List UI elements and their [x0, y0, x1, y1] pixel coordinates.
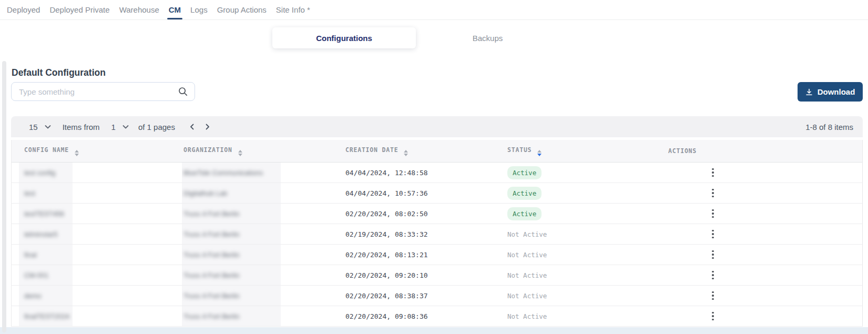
nav-item-group-actions[interactable]: Group Actions: [217, 1, 267, 19]
organization-cell: BlueTide Communications: [171, 163, 333, 183]
nav-item-site-info[interactable]: Site Info *: [276, 1, 310, 19]
config-name-cell: CM-001: [12, 265, 171, 286]
nav-item-cm[interactable]: CM: [169, 1, 181, 19]
table-body: test config BlueTide Communications 04/0…: [12, 163, 862, 327]
redacted-region: final: [19, 245, 73, 265]
cm-configurations-page: DeployedDeployed PrivateWarehouseCMLogsG…: [0, 0, 868, 334]
status-badge: Active: [507, 187, 542, 200]
page-number-dropdown[interactable]: 1: [111, 123, 129, 131]
page-title: Default Configuration: [12, 67, 106, 78]
page-size-dropdown[interactable]: 15: [29, 123, 51, 131]
config-name-text: demo: [24, 292, 42, 300]
download-button[interactable]: Download: [798, 82, 863, 102]
actions-cell: [656, 245, 862, 265]
nav-item-logs[interactable]: Logs: [190, 1, 208, 19]
search-box: [11, 82, 195, 101]
nav-item-deployed-private[interactable]: Deployed Private: [49, 1, 109, 19]
next-page-button[interactable]: [203, 122, 212, 132]
organization-cell: Truss 4 Fort Berlin: [171, 306, 333, 327]
redacted-region: Truss 4 Fort Berlin: [182, 286, 281, 306]
creation-date-cell: 02/20/2024, 08:38:37: [333, 286, 495, 306]
chevron-left-icon: [190, 124, 194, 130]
status-cell: Not Active: [495, 224, 656, 245]
page-number-value: 1: [111, 123, 116, 131]
search-input[interactable]: [12, 87, 178, 96]
row-actions-menu-button[interactable]: [709, 309, 717, 323]
config-name-cell: test: [12, 183, 171, 204]
organization-cell: Truss 4 Fort Berlin: [171, 204, 333, 224]
search-icon[interactable]: [178, 86, 188, 97]
download-icon: [805, 88, 813, 96]
redacted-region: BlueTide Communications: [182, 163, 281, 183]
status-badge: Active: [507, 166, 542, 179]
status-cell: Not Active: [495, 245, 656, 265]
row-actions-menu-button[interactable]: [709, 268, 717, 282]
config-name-text: test: [24, 189, 35, 197]
actions-cell: [656, 286, 862, 306]
redacted-region: testTEST456: [19, 204, 73, 224]
column-header-config-name[interactable]: CONFIG NAME: [12, 140, 171, 163]
sub-tabs: ConfigurationsBackups: [272, 27, 559, 48]
nav-item-warehouse[interactable]: Warehouse: [119, 1, 159, 19]
configurations-table: CONFIG NAMEORGANIZATIONCREATION DATESTAT…: [11, 140, 863, 327]
tab-configurations[interactable]: Configurations: [272, 27, 416, 48]
row-actions-menu-button[interactable]: [709, 227, 717, 241]
redacted-region: demo: [19, 286, 73, 306]
tab-backups[interactable]: Backups: [416, 27, 559, 48]
config-name-text: testTEST456: [24, 210, 64, 218]
prev-page-button[interactable]: [188, 122, 196, 132]
organization-text: Truss 4 Fort Berlin: [183, 271, 239, 279]
redacted-region: finalTEST2024: [19, 306, 73, 326]
actions-cell: [656, 265, 862, 286]
creation-date-cell: 02/20/2024, 09:20:10: [333, 265, 495, 286]
creation-date-cell: 02/20/2024, 09:08:36: [333, 306, 495, 327]
column-header-creation-date[interactable]: CREATION DATE: [333, 140, 495, 163]
sort-icon: [537, 150, 542, 156]
top-nav: DeployedDeployed PrivateWarehouseCMLogsG…: [0, 0, 868, 20]
row-actions-menu-button[interactable]: [709, 186, 717, 200]
status-cell: Not Active: [495, 265, 656, 286]
creation-date-cell: 02/19/2024, 08:33:32: [333, 224, 495, 245]
status-cell: Not Active: [495, 306, 656, 327]
config-name-text: telminstar5: [24, 230, 58, 238]
redacted-region: telminstar5: [19, 224, 73, 244]
actions-cell: [656, 163, 862, 183]
of-pages-label: of 1 pages: [138, 123, 175, 131]
organization-cell: Truss 4 Fort Berlin: [171, 245, 333, 265]
table-row: CM-001 Truss 4 Fort Berlin 02/20/2024, 0…: [12, 265, 862, 286]
status-cell: Not Active: [495, 286, 656, 306]
column-label: STATUS: [507, 146, 532, 154]
row-actions-menu-button[interactable]: [709, 166, 717, 180]
actions-cell: [656, 306, 862, 327]
table-row: testTEST456 Truss 4 Fort Berlin 02/20/20…: [12, 204, 862, 224]
left-scrollbar[interactable]: [2, 61, 6, 332]
actions-cell: [656, 183, 862, 204]
row-actions-menu-button[interactable]: [709, 289, 717, 303]
actions-cell: [656, 224, 862, 245]
table-row: test Digitalhub Lab 04/04/2024, 10:57:36…: [12, 183, 862, 204]
column-header-status[interactable]: STATUS: [495, 140, 656, 163]
column-header-organization[interactable]: ORGANIZATION: [171, 140, 333, 163]
column-label: ACTIONS: [668, 147, 697, 155]
nav-item-deployed[interactable]: Deployed: [7, 1, 40, 19]
column-label: CONFIG NAME: [24, 146, 69, 154]
config-name-cell: test config: [12, 163, 171, 183]
row-actions-menu-button[interactable]: [709, 207, 717, 221]
redacted-region: Truss 4 Fort Berlin: [182, 204, 281, 224]
status-cell: Active: [495, 204, 656, 224]
sort-icon: [75, 150, 79, 156]
status-badge: Not Active: [507, 230, 547, 238]
creation-date-cell: 04/04/2024, 12:48:58: [333, 163, 495, 183]
status-badge: Not Active: [507, 271, 547, 279]
status-badge: Not Active: [507, 251, 547, 259]
bottom-strip: [0, 327, 868, 334]
column-label: ORGANIZATION: [183, 146, 232, 154]
organization-cell: Truss 4 Fort Berlin: [171, 286, 333, 306]
status-cell: Active: [495, 163, 656, 183]
organization-text: Truss 4 Fort Berlin: [183, 230, 239, 238]
redacted-region: Truss 4 Fort Berlin: [182, 224, 281, 244]
row-actions-menu-button[interactable]: [709, 248, 717, 262]
organization-text: Digitalhub Lab: [183, 189, 227, 197]
organization-text: Truss 4 Fort Berlin: [183, 210, 239, 218]
redacted-region: test config: [19, 163, 73, 183]
